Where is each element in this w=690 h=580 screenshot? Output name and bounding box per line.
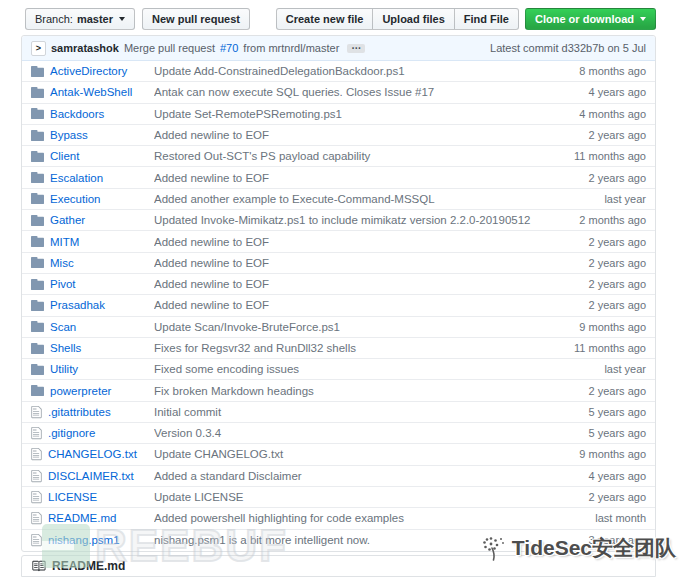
folder-icon: [31, 128, 44, 143]
file-link[interactable]: LICENSE: [48, 491, 97, 503]
file-name-cell: Misc: [22, 255, 154, 270]
table-row: Gather Updated Invoke-Mimikatz.ps1 to in…: [22, 210, 655, 231]
table-row: nishang.psm1 nishang.psm1 is a bit more …: [22, 530, 655, 551]
commit-message-link[interactable]: Update Add-ConstrainedDelegationBackdoor…: [154, 65, 405, 77]
commit-message-link[interactable]: Added newline to EOF: [154, 299, 269, 311]
file-updated-time: 2 years ago: [535, 385, 655, 397]
new-pull-request-button[interactable]: New pull request: [142, 8, 250, 30]
commit-message-link[interactable]: Antak can now execute SQL queries. Close…: [154, 86, 434, 98]
toolbar-left-group: Branch: master New pull request: [25, 8, 250, 30]
commit-message-cell: Restored Out-SCT's PS payload capability: [154, 150, 535, 162]
commit-message-link[interactable]: Added newline to EOF: [154, 278, 269, 290]
file-link[interactable]: CHANGELOG.txt: [48, 448, 137, 460]
commit-message-link[interactable]: Added newline to EOF: [154, 236, 269, 248]
file-name-cell: Escalation: [22, 170, 154, 185]
branch-label: Branch:: [35, 12, 73, 26]
chevron-down-icon: [119, 17, 125, 21]
folder-icon: [31, 64, 44, 79]
commit-message-link[interactable]: Added newline to EOF: [154, 257, 269, 269]
file-link[interactable]: ActiveDirectory: [50, 65, 127, 77]
folder-icon: [31, 106, 44, 121]
table-row: Scan Update Scan/Invoke-BruteForce.ps1 9…: [22, 317, 655, 338]
commit-author-link[interactable]: samratashok: [51, 42, 119, 54]
commit-message-link[interactable]: Updated Invoke-Mimikatz.ps1 to include m…: [154, 214, 531, 226]
file-updated-time: 4 years ago: [535, 470, 655, 482]
commit-message-link[interactable]: Fixed some encoding issues: [154, 363, 299, 375]
commit-message-link[interactable]: Added powershell highlighting for code e…: [154, 512, 404, 524]
file-link[interactable]: Misc: [50, 257, 74, 269]
file-link[interactable]: .gitignore: [48, 427, 95, 439]
commit-message-link[interactable]: Added a standard Disclaimer: [154, 470, 302, 482]
commit-message-link[interactable]: nishang.psm1 is a bit more intelligent n…: [154, 534, 370, 546]
file-navigation-toolbar: Branch: master New pull request Create n…: [21, 8, 656, 30]
file-link[interactable]: powerpreter: [50, 385, 111, 397]
file-link[interactable]: DISCLAIMER.txt: [48, 470, 134, 482]
file-updated-time: 5 years ago: [535, 406, 655, 418]
commit-message-link[interactable]: Update CHANGELOG.txt: [154, 448, 283, 460]
table-row: .gitignore Version 0.3.4 5 years ago: [22, 423, 655, 444]
commit-message-link[interactable]: Added newline to EOF: [154, 129, 269, 141]
file-link[interactable]: Antak-WebShell: [50, 86, 132, 98]
table-row: MITM Added newline to EOF 2 years ago: [22, 231, 655, 252]
commit-message-link[interactable]: Initial commit: [154, 406, 221, 418]
file-link[interactable]: Scan: [50, 321, 76, 333]
commit-message-cell: Added newline to EOF: [154, 299, 535, 311]
branch-select-button[interactable]: Branch: master: [25, 8, 135, 30]
find-file-button[interactable]: Find File: [454, 8, 519, 30]
commit-message-link[interactable]: Restored Out-SCT's PS payload capability: [154, 150, 370, 162]
commit-message-link[interactable]: Update LICENSE: [154, 491, 244, 503]
clone-or-download-button[interactable]: Clone or download: [525, 8, 656, 30]
commit-message-cell: Fix broken Markdown headings: [154, 385, 535, 397]
file-link[interactable]: MITM: [50, 236, 79, 248]
book-icon: [31, 559, 46, 573]
table-row: Bypass Added newline to EOF 2 years ago: [22, 125, 655, 146]
file-link[interactable]: Pivot: [50, 278, 76, 290]
folder-icon: [31, 170, 44, 185]
file-link[interactable]: Utility: [50, 363, 78, 375]
file-updated-time: 9 months ago: [535, 321, 655, 333]
latest-commit-bar: > samratashok Merge pull request #70 fro…: [22, 36, 655, 61]
commit-message-link[interactable]: Update Set-RemotePSRemoting.ps1: [154, 108, 342, 120]
file-link[interactable]: .gitattributes: [48, 406, 111, 418]
commit-message-cell: Fixes for Regsvr32 and RunDll32 shells: [154, 342, 535, 354]
file-link[interactable]: Shells: [50, 342, 81, 354]
author-avatar[interactable]: >: [31, 41, 46, 56]
commit-message-cell: Added newline to EOF: [154, 257, 535, 269]
file-name-cell: LICENSE: [22, 490, 154, 504]
commit-message-link[interactable]: Added newline to EOF: [154, 172, 269, 184]
folder-icon: [31, 319, 44, 334]
commit-message-cell: Updated Invoke-Mimikatz.ps1 to include m…: [154, 214, 535, 226]
file-link[interactable]: Bypass: [50, 129, 88, 141]
file-link[interactable]: Execution: [50, 193, 101, 205]
file-table-body: ActiveDirectory Update Add-ConstrainedDe…: [22, 61, 655, 551]
file-updated-time: last month: [535, 512, 655, 524]
commit-message-link[interactable]: Update Scan/Invoke-BruteForce.ps1: [154, 321, 340, 333]
commit-message-cell: Added newline to EOF: [154, 129, 535, 141]
commit-message-link[interactable]: Added another example to Execute-Command…: [154, 193, 435, 205]
file-link[interactable]: Prasadhak: [50, 299, 105, 311]
commit-message-cell: Fixed some encoding issues: [154, 363, 535, 375]
file-name-cell: Shells: [22, 341, 154, 356]
pr-number-link[interactable]: #70: [220, 42, 238, 54]
commit-message-link[interactable]: Fixes for Regsvr32 and RunDll32 shells: [154, 342, 356, 354]
file-link[interactable]: Client: [50, 150, 79, 162]
upload-files-button[interactable]: Upload files: [372, 8, 454, 30]
readme-title: README.md: [52, 559, 125, 573]
file-name-cell: Utility: [22, 362, 154, 377]
file-link[interactable]: nishang.psm1: [48, 534, 120, 546]
folder-icon: [31, 277, 44, 292]
commit-message-link[interactable]: Version 0.3.4: [154, 427, 221, 439]
file-link[interactable]: README.md: [48, 512, 116, 524]
create-new-file-button[interactable]: Create new file: [276, 8, 374, 30]
table-row: Pivot Added newline to EOF 2 years ago: [22, 274, 655, 295]
commit-message-link[interactable]: Fix broken Markdown headings: [154, 385, 314, 397]
file-link[interactable]: Gather: [50, 214, 85, 226]
folder-icon: [31, 341, 44, 356]
file-name-cell: Pivot: [22, 277, 154, 292]
commit-message-expander-button[interactable]: …: [347, 44, 365, 53]
table-row: .gitattributes Initial commit 5 years ag…: [22, 402, 655, 423]
file-link[interactable]: Backdoors: [50, 108, 104, 120]
file-link[interactable]: Escalation: [50, 172, 103, 184]
clone-or-download-label: Clone or download: [535, 12, 634, 26]
file-name-cell: MITM: [22, 234, 154, 249]
